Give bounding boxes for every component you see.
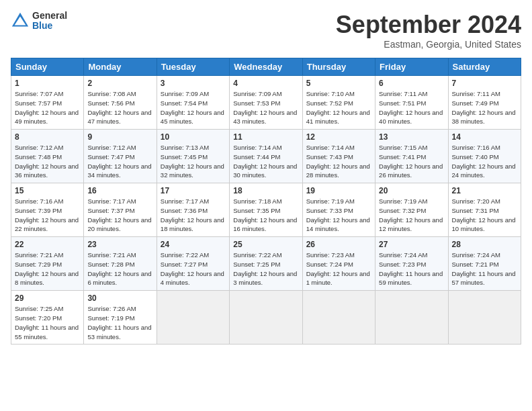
table-row bbox=[157, 291, 229, 345]
cell-content: Sunrise: 7:18 AMSunset: 7:35 PMDaylight:… bbox=[233, 197, 298, 234]
col-thursday: Thursday bbox=[302, 58, 375, 76]
cell-content: Sunrise: 7:09 AMSunset: 7:53 PMDaylight:… bbox=[233, 89, 298, 126]
logo-icon bbox=[11, 11, 30, 30]
cell-content: Sunrise: 7:17 AMSunset: 7:36 PMDaylight:… bbox=[161, 197, 226, 234]
col-saturday: Saturday bbox=[448, 58, 521, 76]
cell-content: Sunrise: 7:21 AMSunset: 7:29 PMDaylight:… bbox=[15, 250, 80, 287]
day-number: 6 bbox=[379, 79, 444, 88]
table-row: 3Sunrise: 7:09 AMSunset: 7:54 PMDaylight… bbox=[157, 76, 229, 130]
day-number: 15 bbox=[15, 186, 80, 195]
day-number: 12 bbox=[306, 132, 371, 142]
calendar-week-row: 15Sunrise: 7:16 AMSunset: 7:39 PMDayligh… bbox=[11, 183, 521, 237]
day-number: 9 bbox=[87, 132, 152, 142]
table-row bbox=[302, 291, 375, 345]
cell-content: Sunrise: 7:15 AMSunset: 7:41 PMDaylight:… bbox=[379, 143, 444, 180]
day-number: 8 bbox=[15, 132, 80, 142]
cell-content: Sunrise: 7:16 AMSunset: 7:39 PMDaylight:… bbox=[15, 197, 80, 234]
cell-content: Sunrise: 7:19 AMSunset: 7:32 PMDaylight:… bbox=[379, 197, 444, 234]
cell-content: Sunrise: 7:16 AMSunset: 7:40 PMDaylight:… bbox=[452, 143, 517, 180]
day-number: 5 bbox=[306, 79, 371, 88]
cell-content: Sunrise: 7:17 AMSunset: 7:37 PMDaylight:… bbox=[87, 197, 152, 234]
calendar-week-row: 29Sunrise: 7:25 AMSunset: 7:20 PMDayligh… bbox=[11, 291, 521, 345]
cell-content: Sunrise: 7:12 AMSunset: 7:47 PMDaylight:… bbox=[87, 143, 152, 180]
table-row bbox=[375, 291, 448, 345]
table-row: 27Sunrise: 7:24 AMSunset: 7:23 PMDayligh… bbox=[375, 237, 448, 291]
day-number: 21 bbox=[452, 186, 517, 195]
table-row: 13Sunrise: 7:15 AMSunset: 7:41 PMDayligh… bbox=[375, 130, 448, 183]
day-number: 7 bbox=[452, 79, 517, 88]
day-number: 26 bbox=[306, 240, 371, 249]
table-row: 17Sunrise: 7:17 AMSunset: 7:36 PMDayligh… bbox=[157, 183, 229, 237]
day-number: 4 bbox=[233, 79, 298, 88]
table-row: 28Sunrise: 7:24 AMSunset: 7:21 PMDayligh… bbox=[448, 237, 521, 291]
day-number: 17 bbox=[161, 186, 226, 195]
cell-content: Sunrise: 7:19 AMSunset: 7:33 PMDaylight:… bbox=[306, 197, 371, 234]
day-number: 1 bbox=[15, 79, 80, 88]
cell-content: Sunrise: 7:23 AMSunset: 7:24 PMDaylight:… bbox=[306, 250, 371, 287]
day-number: 16 bbox=[87, 186, 152, 195]
table-row: 6Sunrise: 7:11 AMSunset: 7:51 PMDaylight… bbox=[375, 76, 448, 130]
month-title: September 2024 bbox=[336, 11, 521, 39]
title-block: September 2024 Eastman, Georgia, United … bbox=[336, 11, 521, 50]
table-row: 11Sunrise: 7:14 AMSunset: 7:44 PMDayligh… bbox=[230, 130, 302, 183]
day-number: 30 bbox=[87, 293, 152, 303]
cell-content: Sunrise: 7:22 AMSunset: 7:27 PMDaylight:… bbox=[161, 250, 226, 287]
cell-content: Sunrise: 7:14 AMSunset: 7:43 PMDaylight:… bbox=[306, 143, 371, 180]
table-row: 1Sunrise: 7:07 AMSunset: 7:57 PMDaylight… bbox=[11, 76, 84, 130]
page-header: General Blue September 2024 Eastman, Geo… bbox=[11, 11, 521, 50]
table-row: 12Sunrise: 7:14 AMSunset: 7:43 PMDayligh… bbox=[302, 130, 375, 183]
table-row: 4Sunrise: 7:09 AMSunset: 7:53 PMDaylight… bbox=[230, 76, 302, 130]
location: Eastman, Georgia, United States bbox=[336, 39, 521, 50]
table-row: 8Sunrise: 7:12 AMSunset: 7:48 PMDaylight… bbox=[11, 130, 84, 183]
table-row: 29Sunrise: 7:25 AMSunset: 7:20 PMDayligh… bbox=[11, 291, 84, 345]
day-number: 22 bbox=[15, 240, 80, 249]
cell-content: Sunrise: 7:09 AMSunset: 7:54 PMDaylight:… bbox=[161, 89, 226, 126]
col-sunday: Sunday bbox=[11, 58, 84, 76]
logo: General Blue bbox=[11, 11, 67, 32]
table-row: 24Sunrise: 7:22 AMSunset: 7:27 PMDayligh… bbox=[157, 237, 229, 291]
day-number: 3 bbox=[161, 79, 226, 88]
table-row: 30Sunrise: 7:26 AMSunset: 7:19 PMDayligh… bbox=[84, 291, 157, 345]
cell-content: Sunrise: 7:11 AMSunset: 7:51 PMDaylight:… bbox=[379, 89, 444, 126]
logo-blue-text: Blue bbox=[32, 21, 67, 31]
table-row: 22Sunrise: 7:21 AMSunset: 7:29 PMDayligh… bbox=[11, 237, 84, 291]
day-number: 25 bbox=[233, 240, 298, 249]
calendar-table: Sunday Monday Tuesday Wednesday Thursday… bbox=[11, 58, 521, 345]
table-row: 16Sunrise: 7:17 AMSunset: 7:37 PMDayligh… bbox=[84, 183, 157, 237]
day-number: 27 bbox=[379, 240, 444, 249]
table-row: 5Sunrise: 7:10 AMSunset: 7:52 PMDaylight… bbox=[302, 76, 375, 130]
cell-content: Sunrise: 7:24 AMSunset: 7:23 PMDaylight:… bbox=[379, 250, 444, 287]
calendar-week-row: 1Sunrise: 7:07 AMSunset: 7:57 PMDaylight… bbox=[11, 76, 521, 130]
table-row: 21Sunrise: 7:20 AMSunset: 7:31 PMDayligh… bbox=[448, 183, 521, 237]
logo-text: General Blue bbox=[32, 11, 67, 32]
cell-content: Sunrise: 7:11 AMSunset: 7:49 PMDaylight:… bbox=[452, 89, 517, 126]
cell-content: Sunrise: 7:26 AMSunset: 7:19 PMDaylight:… bbox=[87, 304, 152, 341]
day-number: 14 bbox=[452, 132, 517, 142]
cell-content: Sunrise: 7:21 AMSunset: 7:28 PMDaylight:… bbox=[87, 250, 152, 287]
table-row: 2Sunrise: 7:08 AMSunset: 7:56 PMDaylight… bbox=[84, 76, 157, 130]
day-number: 23 bbox=[87, 240, 152, 249]
cell-content: Sunrise: 7:12 AMSunset: 7:48 PMDaylight:… bbox=[15, 143, 80, 180]
col-friday: Friday bbox=[375, 58, 448, 76]
calendar-header-row: Sunday Monday Tuesday Wednesday Thursday… bbox=[11, 58, 521, 76]
table-row bbox=[448, 291, 521, 345]
calendar-week-row: 22Sunrise: 7:21 AMSunset: 7:29 PMDayligh… bbox=[11, 237, 521, 291]
col-wednesday: Wednesday bbox=[230, 58, 302, 76]
cell-content: Sunrise: 7:25 AMSunset: 7:20 PMDaylight:… bbox=[15, 304, 80, 341]
day-number: 18 bbox=[233, 186, 298, 195]
table-row: 9Sunrise: 7:12 AMSunset: 7:47 PMDaylight… bbox=[84, 130, 157, 183]
logo-general: General bbox=[32, 11, 67, 21]
table-row: 10Sunrise: 7:13 AMSunset: 7:45 PMDayligh… bbox=[157, 130, 229, 183]
cell-content: Sunrise: 7:22 AMSunset: 7:25 PMDaylight:… bbox=[233, 250, 298, 287]
table-row: 15Sunrise: 7:16 AMSunset: 7:39 PMDayligh… bbox=[11, 183, 84, 237]
table-row: 7Sunrise: 7:11 AMSunset: 7:49 PMDaylight… bbox=[448, 76, 521, 130]
cell-content: Sunrise: 7:13 AMSunset: 7:45 PMDaylight:… bbox=[161, 143, 226, 180]
cell-content: Sunrise: 7:07 AMSunset: 7:57 PMDaylight:… bbox=[15, 89, 80, 126]
table-row: 25Sunrise: 7:22 AMSunset: 7:25 PMDayligh… bbox=[230, 237, 302, 291]
day-number: 28 bbox=[452, 240, 517, 249]
day-number: 19 bbox=[306, 186, 371, 195]
day-number: 20 bbox=[379, 186, 444, 195]
table-row: 18Sunrise: 7:18 AMSunset: 7:35 PMDayligh… bbox=[230, 183, 302, 237]
day-number: 13 bbox=[379, 132, 444, 142]
cell-content: Sunrise: 7:24 AMSunset: 7:21 PMDaylight:… bbox=[452, 250, 517, 287]
